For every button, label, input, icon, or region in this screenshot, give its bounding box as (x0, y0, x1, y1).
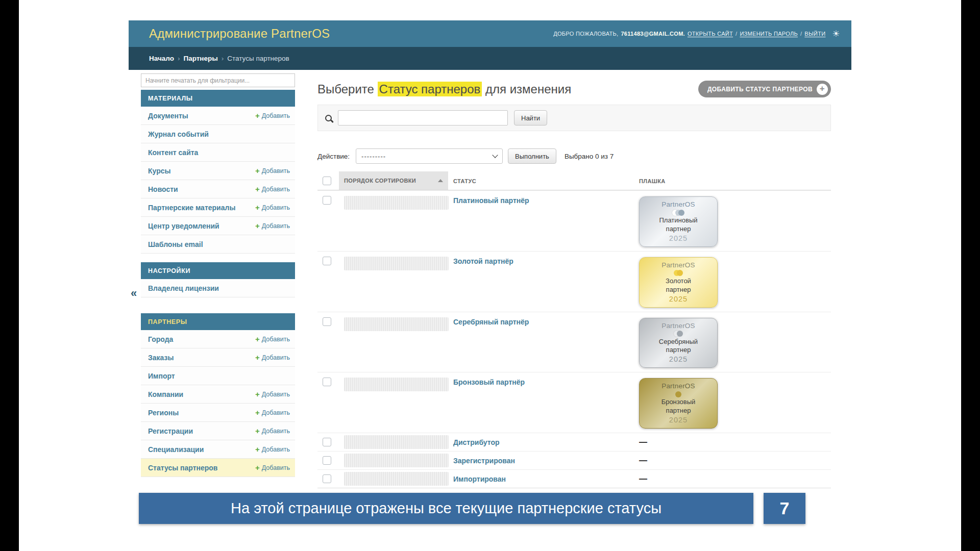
breadcrumb-partners[interactable]: Партнеры (183, 55, 217, 62)
status-link[interactable]: Дистрибутор (453, 438, 500, 446)
select-all-checkbox[interactable] (323, 177, 331, 185)
partner-badge-silver: PartnerOS Серебряныйпартнер 2025 (639, 318, 718, 368)
breadcrumb-separator: › (222, 55, 224, 62)
row-checkbox[interactable] (323, 438, 331, 446)
selected-counter: Выбрано 0 из 7 (565, 153, 614, 160)
add-link[interactable]: Добавить (255, 167, 290, 174)
partner-badge-gold: PartnerOS Золотойпартнер 2025 (639, 257, 718, 308)
sort-order-value-redacted (344, 257, 449, 270)
sidebar-section-partners: ПАРТНЕРЫ Города Добавить Заказы Добавить… (141, 313, 295, 477)
partner-status-table: ПОРЯДОК СОРТИРОВКИ СТАТУС ПЛАШКА Платино… (317, 171, 831, 488)
add-link[interactable]: Добавить (255, 222, 290, 230)
collapse-sidebar-icon[interactable] (131, 287, 137, 300)
column-header-badge: ПЛАШКА (634, 171, 831, 190)
action-label: Действие: (317, 153, 350, 160)
add-link[interactable]: Добавить (255, 204, 290, 211)
status-link[interactable]: Золотой партнёр (453, 257, 513, 265)
add-link[interactable]: Добавить (255, 464, 290, 471)
add-icon (255, 390, 260, 398)
partner-badge-platinum: PartnerOS Платиновыйпартнер 2025 (639, 196, 718, 247)
sidebar-item-partner-materials[interactable]: Партнерские материалы Добавить (141, 198, 295, 217)
status-link[interactable]: Импортирован (453, 475, 506, 483)
main-content: Выберите Статус партнеров для изменения … (317, 81, 831, 507)
add-link[interactable]: Добавить (255, 445, 290, 453)
add-link[interactable]: Добавить (255, 112, 290, 119)
sidebar-item-orders[interactable]: Заказы Добавить (141, 348, 295, 367)
table-row: Зарегистрирован — (317, 451, 831, 469)
view-site-link[interactable]: ОТКРЫТЬ САЙТ (688, 31, 733, 37)
welcome-label: ДОБРО ПОЖАЛОВАТЬ, (553, 31, 618, 37)
user-tools: ДОБРО ПОЖАЛОВАТЬ, 7611483@GMAIL.COM. ОТК… (553, 30, 840, 38)
add-icon (255, 335, 260, 343)
sidebar-item-license-owner[interactable]: Владелец лицензии (141, 279, 295, 297)
sort-order-value-redacted (344, 196, 449, 210)
add-link[interactable]: Добавить (255, 409, 290, 416)
column-header-sort-order[interactable]: ПОРЯДОК СОРТИРОВКИ (339, 171, 448, 190)
sidebar-item-registrations[interactable]: Регистрации Добавить (141, 422, 295, 440)
sidebar-item-site-content[interactable]: Контент сайта (141, 143, 295, 162)
logout-link[interactable]: ВЫЙТИ (804, 31, 825, 37)
status-link[interactable]: Серебряный партнёр (453, 318, 529, 326)
breadcrumb-current: Статусы партнеров (227, 55, 289, 62)
theme-toggle-sun-icon[interactable] (832, 30, 840, 38)
sidebar-item-companies[interactable]: Компании Добавить (141, 385, 295, 404)
add-link[interactable]: Добавить (255, 354, 290, 361)
sidebar-section-settings: НАСТРОЙКИ Владелец лицензии (141, 262, 295, 297)
section-header-settings: НАСТРОЙКИ (141, 262, 295, 279)
add-partner-status-button[interactable]: ДОБАВИТЬ СТАТУС ПАРТНЕРОВ (698, 81, 831, 97)
add-link[interactable]: Добавить (255, 427, 290, 435)
breadcrumb-separator: › (178, 55, 180, 62)
table-header-row: ПОРЯДОК СОРТИРОВКИ СТАТУС ПЛАШКА (317, 171, 831, 190)
row-checkbox[interactable] (323, 474, 331, 483)
sidebar-item-specializations[interactable]: Специализации Добавить (141, 440, 295, 459)
sidebar-item-news[interactable]: Новости Добавить (141, 180, 295, 198)
add-icon (255, 354, 260, 361)
section-header-materials: МАТЕРИАЛЫ (141, 90, 295, 107)
sidebar-filter-input[interactable] (141, 73, 295, 87)
add-icon (255, 427, 260, 435)
row-checkbox[interactable] (323, 378, 331, 386)
row-checkbox[interactable] (323, 317, 331, 326)
add-link[interactable]: Добавить (255, 185, 290, 193)
breadcrumb: Начало › Партнеры › Статусы партнеров (129, 47, 851, 70)
column-header-status[interactable]: СТАТУС (448, 171, 634, 190)
add-icon (255, 185, 260, 193)
sort-asc-icon[interactable] (438, 179, 443, 182)
add-link[interactable]: Добавить (255, 335, 290, 343)
sidebar-item-event-log[interactable]: Журнал событий (141, 125, 295, 143)
add-icon (255, 222, 260, 230)
breadcrumb-home[interactable]: Начало (149, 55, 174, 62)
sidebar-item-documents[interactable]: Документы Добавить (141, 107, 295, 125)
table-row: Импортирован — (317, 469, 831, 488)
search-button[interactable]: Найти (514, 110, 547, 126)
status-link[interactable]: Платиновый партнёр (453, 196, 529, 205)
sidebar-item-cities[interactable]: Города Добавить (141, 330, 295, 348)
add-icon (255, 409, 260, 416)
row-checkbox[interactable] (323, 257, 331, 265)
search-input[interactable] (338, 110, 508, 126)
add-icon (255, 112, 260, 119)
partner-badge-bronze: PartnerOS Бронзовыйпартнер 2025 (639, 378, 718, 429)
plus-icon (817, 84, 828, 95)
sidebar-item-notification-center[interactable]: Центр уведомлений Добавить (141, 217, 295, 235)
sidebar-item-regions[interactable]: Регионы Добавить (141, 404, 295, 422)
sort-order-value-redacted (344, 378, 449, 391)
action-select[interactable]: --------- (356, 148, 503, 164)
row-checkbox[interactable] (323, 196, 331, 205)
run-action-button[interactable]: Выполнить (508, 148, 556, 164)
table-row: Дистрибутор — (317, 433, 831, 451)
screenshot-canvas: Администрирование PartnerOS ДОБРО ПОЖАЛО… (0, 0, 980, 551)
chevron-down-icon (492, 152, 498, 158)
change-password-link[interactable]: ИЗМЕНИТЬ ПАРОЛЬ (740, 31, 798, 37)
link-separator: / (800, 31, 802, 37)
sidebar-item-partner-statuses[interactable]: Статусы партнеров Добавить (141, 459, 295, 477)
status-link[interactable]: Бронзовый партнёр (453, 378, 525, 386)
add-link[interactable]: Добавить (255, 390, 290, 398)
status-link[interactable]: Зарегистрирован (453, 457, 515, 465)
sidebar-item-import[interactable]: Импорт (141, 367, 295, 385)
sidebar-item-email-templates[interactable]: Шаблоны email (141, 235, 295, 254)
row-checkbox[interactable] (323, 456, 331, 465)
sidebar-item-courses[interactable]: Курсы Добавить (141, 162, 295, 180)
sidebar-section-materials: МАТЕРИАЛЫ Документы Добавить Журнал собы… (141, 90, 295, 254)
table-row: Золотой партнёр PartnerOS Золотойпартнер… (317, 251, 831, 312)
